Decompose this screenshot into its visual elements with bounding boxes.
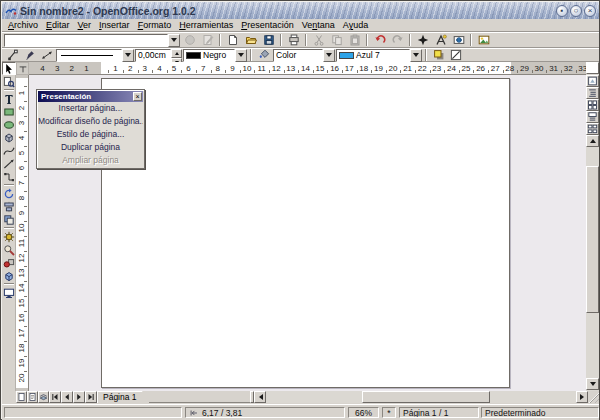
line-color-dropdown[interactable] (235, 49, 247, 62)
vruler-tick (24, 161, 27, 162)
rectangle-tool[interactable] (2, 105, 16, 118)
horizontal-scroll-thumb[interactable] (362, 391, 490, 403)
scroll-up-button[interactable] (586, 135, 599, 147)
vruler-number: 13 (17, 267, 27, 279)
fill-type-combo[interactable]: Color (273, 49, 335, 62)
edit-points-button[interactable] (4, 48, 21, 62)
line-color-combo[interactable]: Negro (183, 49, 247, 62)
curve-tool[interactable] (2, 144, 16, 157)
vruler-tick (24, 116, 27, 117)
line-width-spinner[interactable]: 0,00cm (135, 49, 182, 62)
stylist-button[interactable] (432, 33, 449, 47)
menu-ventana[interactable]: Ventana (298, 20, 339, 30)
fill-type-dropdown[interactable] (323, 49, 335, 62)
menu-herramientas[interactable]: Herramientas (175, 20, 237, 30)
object-3d-tool[interactable] (2, 131, 16, 144)
vertical-ruler[interactable]: 1234567891011121314151617181920 (16, 75, 29, 391)
fill-bucket-button[interactable] (255, 48, 272, 62)
master-mode-button[interactable] (27, 391, 38, 403)
maximize-button[interactable]: ○ (570, 5, 582, 17)
title-bar[interactable]: Sin nombre2 - OpenOffice.org 1.0.2 ▪○× (2, 2, 599, 19)
page-mode-button[interactable] (16, 391, 27, 403)
fill-color-combo[interactable]: Azul 7 (336, 49, 422, 62)
menu-formato[interactable]: Formato (134, 20, 176, 30)
first-page-button[interactable] (49, 391, 61, 403)
panel-item-estilo-de-p-gina[interactable]: Estilo de página... (38, 128, 143, 141)
hyperlink-bar-button[interactable] (450, 33, 467, 47)
new-document-button[interactable] (224, 33, 241, 47)
line-width-value[interactable]: 0,00cm (135, 49, 171, 62)
navigator-button[interactable] (414, 33, 431, 47)
undo-button[interactable] (371, 33, 388, 47)
ruler-origin-button[interactable] (16, 62, 29, 75)
last-page-button[interactable] (85, 391, 97, 403)
next-page-button[interactable] (73, 391, 85, 403)
resize-grip[interactable] (588, 391, 599, 403)
notes-view-button[interactable] (586, 111, 599, 123)
print-document-button[interactable] (285, 33, 302, 47)
arrange-tool[interactable] (2, 213, 16, 226)
select-tool[interactable] (2, 62, 16, 75)
page-tab[interactable]: Página 1 (97, 391, 149, 403)
handout-view-button[interactable] (586, 123, 599, 135)
status-page-field[interactable]: Página 1 / 1 (399, 407, 479, 418)
scroll-right-button[interactable] (576, 391, 588, 403)
panel-item-insertar-p-gina[interactable]: Insertar página... (38, 102, 143, 115)
save-document-button[interactable] (260, 33, 277, 47)
drawing-view-button[interactable] (586, 75, 599, 87)
layer-mode-button[interactable] (38, 391, 49, 403)
zoom-tool[interactable] (2, 75, 16, 88)
line-width-up-button[interactable] (171, 49, 182, 58)
status-style-field[interactable]: Predeterminado (481, 407, 599, 418)
close-button[interactable]: × (584, 5, 596, 17)
horizontal-ruler[interactable]: 4321123456789101112131415161718192021222… (29, 62, 586, 75)
url-dropdown-button[interactable] (168, 34, 180, 47)
line-style-dropdown[interactable] (122, 49, 134, 62)
interaction-tool[interactable] (2, 243, 16, 256)
horizontal-scroll-track[interactable] (266, 391, 576, 403)
menu-editar[interactable]: Editar (42, 20, 74, 30)
panel-item-modificar-dise-o-de-p-gina[interactable]: Modificar diseño de página... (38, 115, 143, 128)
scroll-left-button[interactable] (254, 391, 266, 403)
gallery-button[interactable] (475, 33, 492, 47)
panel-item-duplicar-p-gina[interactable]: Duplicar página (38, 141, 143, 154)
animation-tool[interactable] (2, 256, 16, 269)
text-tool[interactable] (2, 92, 16, 105)
url-input[interactable] (4, 34, 168, 47)
connector-tool[interactable] (2, 170, 16, 183)
line-dialog-button[interactable] (447, 48, 464, 62)
alignment-tool[interactable] (2, 200, 16, 213)
status-position-field[interactable]: 6,17 / 3,81 (185, 407, 345, 418)
hruler-tick (576, 70, 577, 73)
effects-tool[interactable] (2, 230, 16, 243)
slides-view-button[interactable] (586, 99, 599, 111)
presentation-tool[interactable] (2, 286, 16, 299)
fill-color-dropdown[interactable] (410, 49, 422, 62)
shadow-button[interactable] (430, 48, 447, 62)
url-combo[interactable] (4, 34, 180, 47)
outline-view-button[interactable] (586, 87, 599, 99)
menu-archivo[interactable]: Archivo (4, 20, 42, 30)
open-file-button[interactable] (242, 33, 259, 47)
minimize-button[interactable]: ▪ (556, 5, 568, 17)
ruler-corner-button[interactable] (586, 62, 599, 74)
rotate-tool[interactable] (2, 187, 16, 200)
prev-page-button[interactable] (61, 391, 73, 403)
pen-line-button[interactable] (21, 48, 38, 62)
scroll-down-button[interactable] (586, 378, 599, 390)
line-style-combo[interactable] (56, 49, 134, 62)
arrow-ends-button[interactable] (38, 48, 55, 62)
menu-ayuda[interactable]: Ayuda (339, 20, 372, 30)
line-tool[interactable] (2, 157, 16, 170)
vertical-scroll-thumb[interactable] (586, 166, 599, 313)
slide-page[interactable] (101, 78, 510, 388)
ellipse-tool[interactable] (2, 118, 16, 131)
menu-ver[interactable]: Ver (74, 20, 96, 30)
status-modified-field[interactable]: * (382, 407, 396, 418)
object-3d-controller-tool[interactable] (2, 269, 16, 282)
presentation-panel-titlebar[interactable]: Presentación × (38, 91, 143, 102)
menu-presentacin[interactable]: Presentación (237, 20, 298, 30)
panel-close-icon[interactable]: × (133, 92, 142, 101)
menu-insertar[interactable]: Insertar (95, 20, 134, 30)
status-zoom-field[interactable]: 66% (348, 407, 379, 418)
